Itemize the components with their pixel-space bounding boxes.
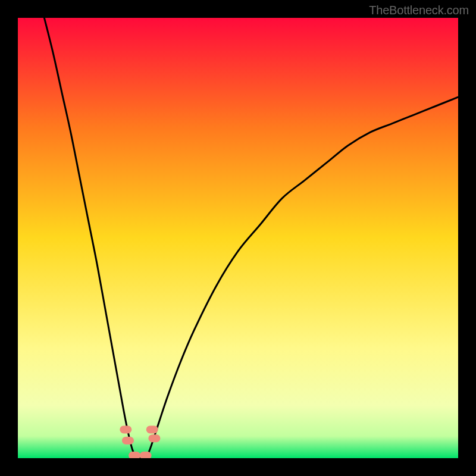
marker-2 [146,425,158,433]
marker-4 [129,452,140,458]
marker-1 [122,437,134,444]
chart-svg [18,18,458,458]
attribution-text: TheBottleneck.com [369,4,469,17]
marker-0 [120,425,131,433]
chart-frame: TheBottleneck.com [0,0,476,476]
marker-5 [140,452,152,458]
plot-area [18,18,458,458]
marker-3 [148,434,160,442]
gradient-background [18,18,458,458]
